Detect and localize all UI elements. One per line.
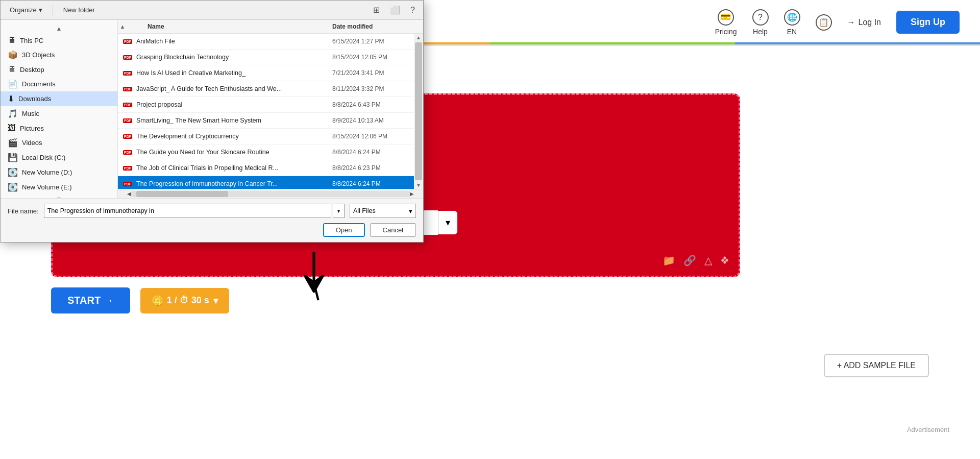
sidebar-icon: 📦	[8, 50, 18, 60]
pane-toggle-button[interactable]: ⬜	[387, 3, 403, 17]
sidebar-icon: ⬇	[8, 94, 14, 104]
scrollbar-thumb[interactable]	[415, 42, 422, 180]
help-button[interactable]: ?	[407, 3, 418, 17]
pdf-icon: PDF	[122, 131, 133, 142]
sidebar-item-local-disk-(c:)[interactable]: 💾 Local Disk (C:)	[1, 150, 117, 165]
start-button[interactable]: START →	[51, 287, 130, 313]
scrollbar-down-arrow[interactable]: ▼	[415, 181, 422, 189]
file-row[interactable]: PDF JavaScript_ A Guide for Tech Enthusi…	[118, 81, 414, 97]
nav-items: 💳 Pricing ? Help 🌐 EN 📋 → Log In Sign Up	[715, 9, 960, 36]
sidebar-scroll-down[interactable]: ▼	[1, 195, 117, 198]
h-scroll-thumb	[136, 191, 228, 197]
file-name: The Guide you Need for Your Skincare Rou…	[136, 149, 332, 156]
name-column-header[interactable]: Name	[127, 23, 332, 30]
file-name: Grasping Blockchain Technology	[136, 54, 332, 61]
file-date: 8/8/2024 6:24 PM	[332, 149, 414, 156]
file-row[interactable]: PDF How Is AI Used in Creative Marketing…	[118, 65, 414, 81]
nav-history[interactable]: 📋	[816, 14, 832, 31]
date-column-header[interactable]: Date modified	[332, 23, 414, 30]
globe-icon: 🌐	[784, 9, 800, 26]
sidebar-item-new-volume-(e:)[interactable]: 💽 New Volume (E:)	[1, 180, 117, 195]
nav-help[interactable]: ? Help	[752, 9, 769, 36]
organize-label: Organize	[10, 6, 37, 14]
file-row[interactable]: PDF Grasping Blockchain Technology 8/15/…	[118, 50, 414, 65]
credits-button[interactable]: 🪙 1 / ⏱ 30 s ▾	[140, 288, 229, 313]
pricing-icon: 💳	[718, 9, 734, 26]
sidebar-icon: 🖼	[8, 124, 16, 133]
file-row[interactable]: PDF SmartLiving_ The New Smart Home Syst…	[118, 113, 414, 129]
sidebar-label: New Volume (D:)	[22, 168, 72, 176]
file-row[interactable]: PDF AniMatch File 6/15/2024 1:27 PM	[118, 34, 414, 50]
file-date: 8/15/2024 12:05 PM	[332, 54, 414, 61]
new-folder-button[interactable]: New folder	[59, 4, 99, 16]
organize-button[interactable]: Organize ▾	[6, 4, 46, 16]
filetype-select[interactable]: All Files ▾	[350, 204, 416, 218]
credits-label: 1 / ⏱ 30 s	[167, 295, 209, 306]
sidebar-label: Videos	[22, 139, 42, 147]
organize-dropdown-icon: ▾	[39, 6, 42, 14]
sidebar-label: Local Disk (C:)	[22, 154, 65, 161]
file-date: 8/11/2024 3:32 PM	[332, 85, 414, 92]
sidebar-label: Downloads	[18, 95, 51, 103]
sidebar-item-documents[interactable]: 📄 Documents	[1, 77, 117, 91]
file-name: AniMatch File	[136, 38, 332, 45]
h-scroll-left[interactable]: ◀	[127, 191, 131, 197]
sidebar-scroll-up[interactable]: ▲	[1, 24, 117, 33]
sidebar-icon: 🎵	[8, 109, 18, 118]
sidebar-label: Documents	[22, 80, 56, 88]
sidebar-item-desktop[interactable]: 🖥 Desktop	[1, 62, 117, 77]
filename-row: File name: The Progression of Immunother…	[8, 204, 416, 218]
file-row[interactable]: PDF The Guide you Need for Your Skincare…	[118, 144, 414, 160]
sidebar-item-downloads[interactable]: ⬇ Downloads	[1, 91, 117, 106]
open-button[interactable]: Open	[323, 223, 365, 237]
filename-field[interactable]: The Progression of Immunotherapy in	[44, 204, 331, 218]
cancel-button[interactable]: Cancel	[370, 223, 416, 237]
toolbar-separator	[53, 5, 53, 15]
sidebar-item-pictures[interactable]: 🖼 Pictures	[1, 121, 117, 135]
file-date: 8/8/2024 6:24 PM	[332, 180, 414, 187]
nav-language[interactable]: 🌐 EN	[784, 9, 800, 36]
sidebar-item-this-pc[interactable]: 🖥 This PC	[1, 33, 117, 47]
sidebar-item-music[interactable]: 🎵 Music	[1, 106, 117, 121]
sidebar-label: This PC	[20, 37, 43, 44]
sidebar-icon: 💽	[8, 167, 18, 177]
scrollbar-up-arrow[interactable]: ▲	[415, 34, 422, 41]
h-scroll-right[interactable]: ▶	[410, 191, 414, 197]
file-list-scrollbar: ▲ ▼	[414, 34, 423, 189]
view-toggle-button[interactable]: ⊞	[370, 3, 383, 17]
header-scroll-up[interactable]: ▲	[118, 23, 127, 30]
dialog-buttons: Open Cancel	[8, 223, 416, 237]
sidebar-item-videos[interactable]: 🎬 Videos	[1, 135, 117, 150]
filename-dropdown[interactable]: ▾	[333, 204, 345, 218]
help-icon: ?	[752, 9, 769, 26]
add-sample-button[interactable]: + ADD SAMPLE FILE	[824, 354, 929, 377]
file-row[interactable]: PDF Project proposal 8/8/2024 6:43 PM	[118, 97, 414, 113]
file-name: JavaScript_ A Guide for Tech Enthusiasts…	[136, 85, 332, 92]
pdf-icon: PDF	[122, 99, 133, 110]
sidebar-label: Music	[22, 110, 39, 117]
file-row[interactable]: PDF The Job of Clinical Trials in Propel…	[118, 160, 414, 176]
log-in-button[interactable]: → Log In	[847, 18, 881, 27]
sidebar-item-new-volume-(d:)[interactable]: 💽 New Volume (D:)	[1, 165, 117, 180]
pdf-icon: PDF	[122, 67, 133, 79]
log-in-icon: →	[847, 18, 855, 27]
file-row[interactable]: PDF The Development of Cryptocurrency 8/…	[118, 129, 414, 144]
h-scroll-track	[131, 191, 410, 197]
file-date: 8/8/2024 6:23 PM	[332, 164, 414, 172]
pdf-icon: PDF	[122, 147, 133, 158]
dropdown-arrow: ▾	[213, 295, 218, 306]
help-label: Help	[753, 28, 768, 36]
log-in-label: Log In	[859, 18, 881, 27]
file-row[interactable]: PDF The Progression of Immunotherapy in …	[118, 176, 414, 189]
dialog-footer: File name: The Progression of Immunother…	[1, 198, 423, 242]
sign-up-button[interactable]: Sign Up	[896, 11, 960, 34]
choose-file-dropdown[interactable]: ▾	[438, 211, 457, 234]
pdf-icon: PDF	[122, 52, 133, 63]
ad-label: Advertisement	[907, 426, 949, 433]
file-date: 8/8/2024 6:43 PM	[332, 101, 414, 108]
sidebar-label: Desktop	[20, 66, 44, 74]
file-name: SmartLiving_ The New Smart Home System	[136, 117, 332, 124]
sidebar-item-3d-objects[interactable]: 📦 3D Objects	[1, 47, 117, 62]
sidebar-label: 3D Objects	[22, 51, 55, 59]
nav-pricing[interactable]: 💳 Pricing	[715, 9, 737, 36]
